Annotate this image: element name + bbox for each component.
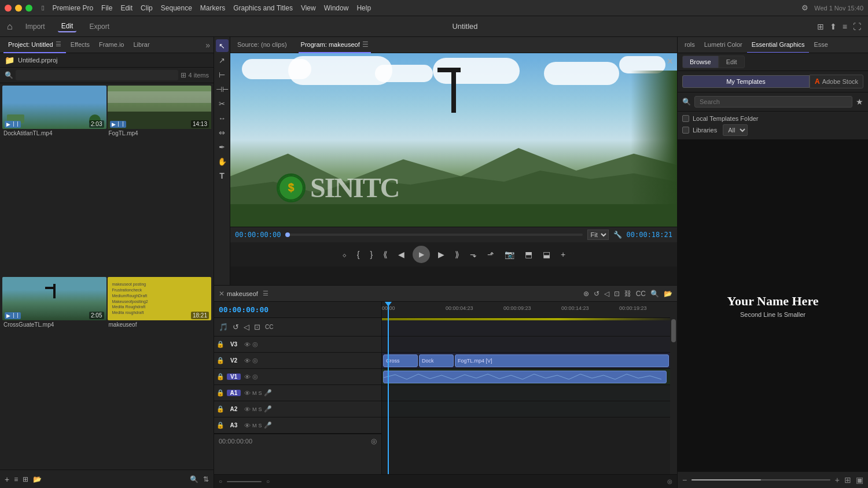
tab-rols[interactable]: rols [680, 37, 700, 53]
eye-icon[interactable]: 👁 [244, 357, 251, 364]
lock-icon[interactable]: 🔒 [216, 341, 225, 348]
eye-icon[interactable]: 👁 [244, 341, 251, 348]
tab-librar[interactable]: Librar [129, 37, 155, 53]
sequence-menu[interactable]: Sequence [161, 4, 192, 12]
fullscreen-icon[interactable]: ⛶ [853, 22, 861, 31]
timeline-scrollbar[interactable] [670, 302, 677, 474]
track-height-icon[interactable]: ↺ [233, 323, 239, 331]
monitor-close-button[interactable]: ✕ [667, 57, 674, 66]
apple-menu[interactable]:  [42, 4, 44, 12]
overwrite-button[interactable]: ⬏ [485, 247, 496, 261]
source-monitor-tab[interactable]: Source: (no clips) [235, 37, 289, 53]
settings-icon[interactable]: ≡ [843, 22, 847, 31]
hand-tool[interactable]: ✋ [216, 155, 229, 168]
edit-menu[interactable]: Edit [120, 4, 133, 12]
lock-icon[interactable]: 🔒 [216, 373, 225, 380]
track-select-tool[interactable]: ↗ [216, 54, 229, 66]
export-frame-button[interactable]: 📷 [502, 247, 517, 261]
play-button[interactable]: ▶ [413, 246, 430, 263]
slip-tool[interactable]: ↔ [216, 112, 229, 124]
tab-effects[interactable]: Effects [66, 37, 94, 53]
snap-icon[interactable]: ⊡ [614, 290, 620, 298]
clip-menu[interactable]: Clip [141, 4, 153, 12]
clip-settings-icon[interactable]: ⊡ [254, 323, 260, 331]
list-item[interactable]: makeuseot posting Frustrationcheck Mediu… [108, 277, 212, 467]
timeline-scroll-right[interactable]: ◎ [667, 478, 672, 485]
mic-icon[interactable]: 🎤 [264, 422, 272, 429]
panels-icon[interactable]: ⊞ [817, 22, 824, 31]
list-view-icon[interactable]: ⊞ [181, 71, 186, 79]
program-monitor-tab[interactable]: Program: makeuseof ☰ [299, 37, 371, 53]
tab-project[interactable]: Project: Untitled ☰ [3, 37, 66, 53]
eye-icon[interactable]: 👁 [244, 406, 251, 413]
tab-essential-graphics[interactable]: Essential Graphics [747, 37, 810, 53]
clip-cross[interactable]: Cross [383, 354, 418, 367]
mute-button[interactable]: M [252, 423, 257, 428]
track-label-v3[interactable]: V3 [227, 341, 241, 347]
control-center-icon[interactable]: ⚙ [801, 3, 808, 12]
settings-icon[interactable]: 📂 [664, 290, 672, 298]
eye-icon[interactable]: 👁 [244, 390, 251, 397]
add-mark-icon[interactable]: ◁ [604, 290, 609, 298]
list-view-toggle[interactable]: ≡ [14, 475, 18, 483]
folder-icon[interactable]: 📂 [33, 475, 42, 483]
timeline-timecode[interactable]: 00:00:00:00 [219, 305, 269, 314]
libraries-select[interactable]: All [723, 124, 748, 136]
step-forward-button[interactable]: ▶ [436, 247, 447, 261]
go-to-in-button[interactable]: ⟪ [381, 247, 390, 261]
mark-in-button[interactable]: ⬦ [340, 247, 349, 261]
new-item-icon[interactable]: + [5, 475, 9, 484]
mic-icon[interactable]: 🎤 [264, 405, 272, 413]
view-menu[interactable]: View [301, 4, 316, 12]
file-menu[interactable]: File [101, 4, 112, 12]
lock-icon[interactable]: 🔒 [216, 405, 225, 413]
step-back-button[interactable]: ◀ [396, 247, 407, 261]
zoom-out-icon[interactable]: − [682, 475, 687, 485]
select-tool[interactable]: ↖ [216, 39, 229, 52]
ripple-edit-tool[interactable]: ⊢ [216, 68, 229, 81]
my-templates-button[interactable]: My Templates [682, 75, 810, 88]
adobe-stock-button[interactable]: A Adobe Stock [810, 75, 863, 88]
audio-track-icon[interactable]: 🎵 [219, 323, 228, 331]
lock-icon[interactable]: 🔒 [216, 389, 225, 397]
wrench-icon[interactable]: 🔧 [613, 231, 622, 239]
solo-audio-button[interactable]: S [259, 406, 262, 412]
maximize-button[interactable] [25, 5, 32, 12]
track-label-v1[interactable]: V1 [227, 374, 241, 380]
lock-icon[interactable]: 🔒 [216, 357, 225, 364]
timeline-close-button[interactable]: ✕ [219, 290, 225, 298]
libraries-checkbox[interactable] [682, 127, 689, 134]
button-extract[interactable]: ⬓ [540, 247, 553, 261]
edit-button[interactable]: Edit [58, 21, 77, 32]
mark-out-button[interactable]: { [355, 247, 362, 261]
scrub-bar[interactable] [285, 234, 582, 236]
favorites-star[interactable]: ★ [856, 97, 863, 106]
minimize-button[interactable] [15, 5, 22, 12]
sync-icon[interactable]: ↺ [594, 290, 599, 298]
go-to-out-button[interactable]: ⟫ [453, 247, 462, 261]
timeline-zoom-out[interactable]: ○ [266, 478, 270, 485]
slide-tool[interactable]: ⇔ [216, 126, 229, 139]
insert-button[interactable]: ⬎ [468, 247, 479, 261]
track-label-a3[interactable]: A3 [227, 422, 241, 428]
eye-icon[interactable]: 👁 [244, 422, 251, 429]
ripple-icon[interactable]: ⊛ [583, 290, 589, 298]
solo-audio-button[interactable]: S [259, 390, 262, 396]
search-input[interactable] [16, 70, 178, 80]
eg-edit-tab[interactable]: Edit [719, 56, 745, 68]
eg-zoom-slider[interactable] [692, 479, 830, 480]
grid-view-toggle[interactable]: ⊞ [23, 475, 28, 483]
timeline-clips-area[interactable]: 00:00 00:00:04:23 00:00:09:23 00:00:14:2… [382, 302, 677, 474]
mute-button[interactable]: M [252, 406, 257, 412]
keyframe-icon[interactable]: ◁ [244, 323, 249, 331]
list-item[interactable]: ▶ ⏐ ⏐ 2:03 DockAtitlanTL.mp4 [2, 86, 106, 276]
view-options-icon[interactable]: ⊞ [844, 475, 851, 485]
scrub-handle[interactable] [285, 232, 290, 237]
home-icon[interactable]: ⌂ [7, 21, 13, 32]
fit-dropdown[interactable]: Fit [587, 230, 609, 240]
pen-tool[interactable]: ✒ [216, 141, 229, 153]
import-button[interactable]: Import [22, 21, 49, 32]
help-menu[interactable]: Help [356, 4, 371, 12]
window-menu[interactable]: Window [324, 4, 349, 12]
markers-menu[interactable]: Markers [200, 4, 225, 12]
